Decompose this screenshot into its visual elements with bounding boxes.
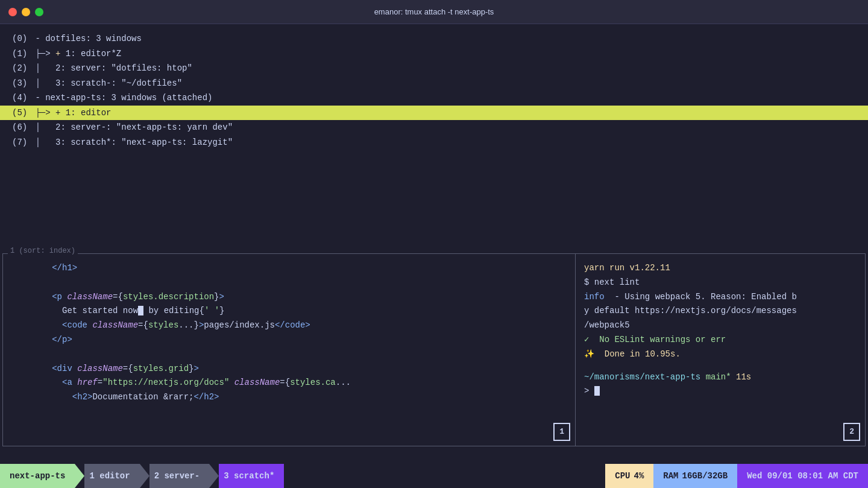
terminal-line: > — [584, 384, 857, 399]
code-line — [11, 276, 567, 290]
session-connector: │ — [30, 61, 55, 76]
code-line: <code className={styles...}>pages/index.… — [11, 318, 567, 333]
titlebar: emanor: tmux attach -t next-app-ts — [0, 0, 868, 24]
session-connector: ├─> — [30, 106, 51, 121]
session-row-1[interactable]: (1) ├─> + 1: editor*Z — [12, 46, 856, 62]
terminal-line: info - Using webpack 5. Reason: Enabled … — [584, 290, 857, 305]
session-plus: + — [51, 106, 66, 121]
terminal-spacer — [584, 362, 857, 370]
terminal-pane[interactable]: yarn run v1.22.11 $ next lint info - Usi… — [576, 254, 865, 446]
ram-label: RAM — [663, 471, 678, 481]
session-connector: │ — [30, 120, 55, 135]
code-line: </p> — [11, 333, 567, 347]
minimize-button[interactable] — [22, 8, 30, 16]
terminal-line: $ next lint — [584, 276, 857, 290]
status-tab-2[interactable]: 2 server- — [149, 464, 210, 488]
terminal-line: ✨ Done in 10.95s. — [584, 347, 857, 362]
arrow-icon-1 — [75, 464, 84, 488]
statusbar: next-app-ts 1 editor 2 server- 3 scratch… — [0, 464, 868, 488]
window-controls — [8, 8, 43, 16]
status-tab-3[interactable]: 3 scratch* — [219, 464, 284, 488]
code-line: <h2>Documentation &rarr;</h2> — [11, 390, 567, 405]
session-id: (7) — [12, 135, 30, 150]
session-content: 2: server-: "next-app-ts: yarn dev" — [55, 120, 233, 135]
session-connector: ├─> — [30, 46, 51, 62]
terminal-line: ✓ No ESLint warnings or err — [584, 333, 857, 347]
pane-number-2: 2 — [843, 423, 860, 441]
code-line: </h1> — [11, 261, 567, 276]
terminal-line: /webpack5 — [584, 318, 857, 333]
session-id: (1) — [12, 46, 30, 62]
session-connector: - — [30, 90, 45, 106]
close-button[interactable] — [8, 8, 17, 16]
terminal-line: yarn run v1.22.11 — [584, 261, 857, 276]
session-id: (6) — [12, 120, 30, 135]
code-line — [11, 347, 567, 362]
code-line: Get started now by editing{' '} — [11, 304, 567, 318]
session-content: dotfiles: 3 windows — [45, 31, 142, 46]
status-cpu: CPU 4% — [605, 464, 653, 488]
status-tab-1[interactable]: 1 editor — [84, 464, 139, 488]
session-id: (4) — [12, 90, 30, 106]
status-spacer — [284, 464, 605, 488]
session-id: (0) — [12, 31, 30, 46]
session-content: 1: editor — [66, 106, 112, 121]
session-content: next-app-ts: 3 windows (attached) — [45, 90, 212, 106]
main-pane-area: 1 (sort: index) </h1> <p className={styl… — [2, 253, 866, 446]
arrow-icon-2 — [140, 464, 149, 488]
session-connector: │ — [30, 76, 55, 91]
editor-pane[interactable]: </h1> <p className={styles.description}>… — [3, 254, 576, 446]
session-id: (3) — [12, 76, 30, 91]
ram-value: 16GB/32GB — [682, 471, 728, 481]
session-row-2[interactable]: (2) │ 2: server: "dotfiles: htop" — [12, 61, 856, 76]
maximize-button[interactable] — [35, 8, 43, 16]
session-row-4[interactable]: (4) - next-app-ts: 3 windows (attached) — [12, 90, 856, 106]
session-row-0[interactable]: (0) - dotfiles: 3 windows — [12, 31, 856, 46]
status-session[interactable]: next-app-ts — [0, 464, 75, 488]
session-connector: │ — [30, 135, 55, 150]
session-row-6[interactable]: (6) │ 2: server-: "next-app-ts: yarn dev… — [12, 120, 856, 135]
session-content: 3: scratch-: "~/dotfiles" — [55, 76, 182, 91]
status-ram: RAM 16GB/32GB — [653, 464, 737, 488]
session-content: 2: server: "dotfiles: htop" — [55, 61, 192, 76]
session-id: (5) — [12, 106, 30, 121]
session-connector: - — [30, 31, 45, 46]
window-title: emanor: tmux attach -t next-app-ts — [374, 7, 494, 16]
status-time: Wed 09/01 08:01 AM CDT — [737, 464, 868, 488]
session-row-7[interactable]: (7) │ 3: scratch*: "next-app-ts: lazygit… — [12, 135, 856, 150]
cpu-value: 4% — [634, 471, 644, 481]
session-content: 1: editor*Z — [66, 46, 121, 62]
session-content: 3: scratch*: "next-app-ts: lazygit" — [55, 135, 233, 150]
terminal-line: y default https://nextjs.org/docs/messag… — [584, 304, 857, 318]
session-id: (2) — [12, 61, 30, 76]
terminal-line: ~/manorisms/next-app-ts main* 11s — [584, 370, 857, 385]
code-line: <a href="https://nextjs.org/docs" classN… — [11, 376, 567, 390]
cpu-label: CPU — [615, 471, 630, 481]
session-plus: + — [51, 46, 66, 62]
session-list: (0) - dotfiles: 3 windows (1) ├─> + 1: e… — [0, 24, 868, 253]
code-line: <div className={styles.grid}> — [11, 362, 567, 376]
pane-number-1: 1 — [553, 423, 570, 441]
arrow-icon-3 — [209, 464, 219, 488]
session-row-5[interactable]: (5) ├─> + 1: editor — [0, 106, 868, 121]
code-line: <p className={styles.description}> — [11, 290, 567, 305]
session-row-3[interactable]: (3) │ 3: scratch-: "~/dotfiles" — [12, 76, 856, 91]
